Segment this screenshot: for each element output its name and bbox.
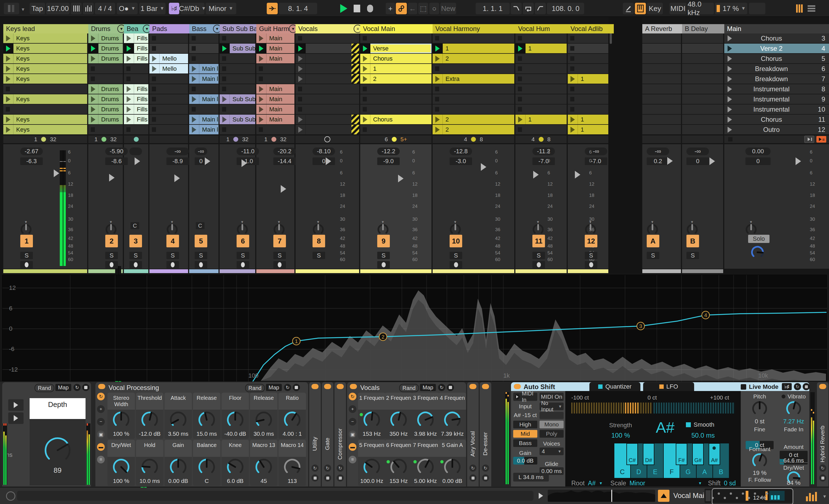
group-clip-slot[interactable] (295, 64, 359, 73)
vp-macro-7-knob[interactable] (283, 411, 301, 429)
empty-clip-slot[interactable] (124, 74, 148, 84)
empty-clip-slot[interactable] (220, 125, 255, 134)
vocals-macro-7-knob[interactable] (417, 458, 434, 476)
vocals-macro-8-knob[interactable] (443, 458, 461, 476)
macro-state-icon[interactable]: ▬ (97, 443, 105, 451)
clip-stop-button[interactable] (259, 76, 263, 81)
clip-stop-button[interactable] (435, 66, 439, 71)
volume-fader-handle[interactable] (54, 170, 59, 177)
empty-clip-slot[interactable] (189, 105, 218, 114)
scale-value[interactable]: Minor (629, 479, 645, 487)
mini-meter-icon[interactable] (806, 490, 820, 501)
solo-button[interactable]: S (686, 252, 699, 259)
track-activator-A[interactable]: A (647, 235, 659, 247)
clip-slot[interactable]: Drums (88, 54, 123, 63)
clip-stop-button[interactable] (192, 46, 196, 51)
return-slot[interactable] (642, 33, 681, 43)
empty-clip-slot[interactable] (515, 74, 567, 84)
empty-clip-slot[interactable] (149, 94, 188, 104)
empty-clip-slot[interactable] (220, 54, 255, 63)
arm-button[interactable] (237, 261, 249, 268)
vocal-processing-refresh-icon[interactable]: ↻ (284, 384, 291, 391)
formant-knob[interactable] (751, 453, 768, 469)
scene-row-5[interactable]: Chorus 5 (724, 54, 829, 63)
vocals-rack-rand-button[interactable]: Rand (399, 384, 419, 392)
clip-slot[interactable]: Main lin (189, 64, 218, 73)
clip-stop-button[interactable] (192, 36, 196, 41)
vocals-rack-save-icon[interactable] (447, 384, 454, 391)
volume-fader-handle[interactable] (174, 174, 180, 182)
track-activator-5[interactable]: 5 (195, 235, 207, 247)
arm-button[interactable] (20, 261, 33, 268)
scene-launch-button[interactable] (724, 45, 735, 51)
clip-stop-button[interactable] (435, 97, 439, 102)
solo-button[interactable]: S (105, 252, 118, 259)
clip-stop-button[interactable] (152, 76, 156, 81)
clip-slot[interactable]: 2 (433, 125, 514, 134)
volume-field[interactable]: 0.2 (647, 157, 669, 165)
clip-launch-button[interactable] (3, 115, 13, 124)
computer-midi-keyboard-button[interactable] (635, 3, 646, 14)
track-header-pads[interactable]: Pads (149, 24, 193, 33)
track-activator-9[interactable]: 9 (377, 235, 390, 247)
group-launch-button[interactable] (295, 115, 306, 124)
midi-link-button[interactable] (396, 3, 407, 14)
solo-button[interactable]: S (377, 252, 390, 259)
empty-clip-slot[interactable] (3, 84, 87, 94)
clip-stop-button[interactable] (363, 127, 367, 132)
clip-slot[interactable]: Main (256, 115, 294, 124)
clip-stop-button[interactable] (152, 87, 156, 91)
empty-clip-slot[interactable] (515, 125, 567, 134)
key-C#[interactable]: C# (626, 443, 638, 465)
empty-clip-slot[interactable] (220, 105, 255, 114)
device-save-icon[interactable] (337, 474, 344, 481)
clip-launch-button[interactable] (88, 105, 99, 114)
clip-slot[interactable]: Fills (124, 54, 148, 63)
group-clip-slot[interactable] (295, 44, 359, 53)
clip-launch-button[interactable] (149, 54, 159, 63)
clip-slot[interactable]: Verse (360, 44, 432, 53)
device-power-button[interactable] (350, 384, 357, 389)
empty-clip-slot[interactable] (256, 64, 294, 73)
device-power-button[interactable] (98, 384, 105, 389)
plugin-play-button-2[interactable] (8, 412, 24, 424)
clip-slot[interactable]: 1 (360, 64, 432, 73)
empty-clip-slot[interactable] (360, 33, 432, 43)
scene-row-10[interactable]: Instrumental 10 (724, 105, 829, 114)
clip-stop-button[interactable] (152, 107, 156, 112)
clip-stop-button[interactable] (222, 107, 226, 112)
key-F#[interactable]: F# (676, 443, 687, 465)
vocals-rack-map-button[interactable]: Map (420, 384, 436, 391)
clip-slot[interactable]: Keys (3, 74, 87, 84)
shift-value[interactable]: 0 sd (724, 479, 736, 487)
solo-button[interactable]: S (585, 252, 597, 259)
device-save-icon[interactable] (324, 474, 331, 481)
scene-launch-button[interactable] (724, 76, 735, 82)
clip-slot[interactable]: Drums (88, 44, 123, 53)
back-to-arrangement-button[interactable]: ← (408, 3, 417, 14)
scene-row-3[interactable]: Chorus 3 (724, 33, 829, 43)
empty-clip-slot[interactable] (149, 125, 188, 134)
vocals-rack-refresh-icon[interactable]: ↻ (438, 384, 445, 391)
capture-new-button[interactable]: New (440, 3, 456, 14)
clip-launch-button[interactable] (88, 54, 99, 63)
solo-button-main[interactable]: Solo (748, 235, 769, 243)
clip-slot[interactable]: 1 (515, 115, 567, 124)
arm-button[interactable] (195, 261, 207, 268)
empty-clip-slot[interactable] (515, 94, 567, 104)
root-value[interactable]: A# (588, 479, 596, 487)
clip-launch-button[interactable] (256, 54, 266, 63)
volume-fader-handle[interactable] (796, 157, 801, 165)
scene-launch-button[interactable] (724, 127, 735, 133)
clip-launch-button[interactable] (124, 84, 134, 94)
volume-fader-handle[interactable] (398, 175, 403, 182)
empty-clip-slot[interactable] (568, 84, 608, 94)
macro-add-icon[interactable]: + (349, 405, 356, 413)
volume-field[interactable]: -7.0 (585, 157, 607, 165)
clip-slot[interactable]: Main lin (189, 74, 218, 84)
clip-slot[interactable]: Main (256, 105, 294, 114)
clip-stop-button[interactable] (570, 87, 574, 91)
empty-clip-slot[interactable] (568, 105, 608, 114)
clip-stop-button[interactable] (222, 66, 226, 71)
track-activator-10[interactable]: 10 (449, 235, 462, 247)
